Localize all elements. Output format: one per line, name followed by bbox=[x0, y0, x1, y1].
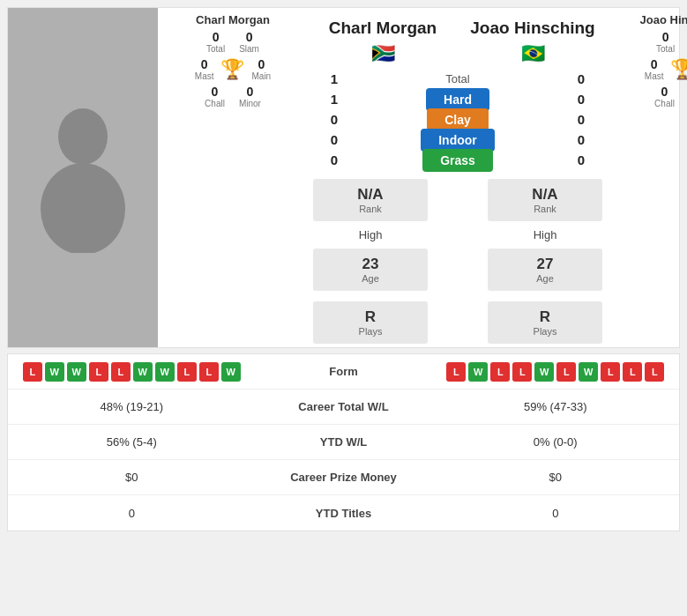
right-total-score: 0 bbox=[555, 71, 608, 86]
ytd-wl-row: 56% (5-4) YTD W/L 0% (0-0) bbox=[8, 425, 679, 460]
career-wl-label: Career Total W/L bbox=[256, 393, 432, 420]
form-row: LWWLLWWLLW Form LWLLWLWLLL bbox=[8, 354, 679, 390]
career-wl-row: 48% (19-21) Career Total W/L 59% (47-33) bbox=[8, 390, 679, 425]
right-total-value: 0 bbox=[656, 30, 675, 44]
left-mast-value: 0 bbox=[195, 57, 214, 71]
form-badge: W bbox=[67, 362, 86, 382]
right-info-column: Joao Hinsching 0 Total 0 Slam 0 Mast 🏆 bbox=[608, 8, 687, 347]
right-high-label: High bbox=[488, 228, 602, 241]
total-label: Total bbox=[361, 72, 555, 85]
right-rank-box: N/A Rank bbox=[488, 179, 602, 221]
form-right-badges: LWLLWLWLLL bbox=[432, 355, 680, 389]
left-total-score: 1 bbox=[308, 71, 361, 86]
left-minor-label: Minor bbox=[239, 99, 261, 108]
form-badge: L bbox=[111, 362, 131, 382]
form-badge: L bbox=[623, 362, 642, 382]
clay-surface-row: 0 Clay 0 bbox=[308, 109, 608, 130]
form-label: Form bbox=[256, 358, 432, 385]
right-plays-box: R Plays bbox=[488, 301, 602, 344]
grass-badge: Grass bbox=[361, 153, 555, 167]
ytd-titles-right: 0 bbox=[432, 500, 680, 527]
left-main-label: Main bbox=[251, 71, 271, 81]
right-plays-value: R bbox=[497, 308, 594, 326]
left-info-column: Charl Morgan 0 Total 0 Slam 0 Mast 🏆 bbox=[158, 8, 308, 347]
form-badge: L bbox=[89, 362, 108, 382]
form-badge: L bbox=[645, 362, 664, 382]
left-player-name-under: Charl Morgan bbox=[196, 13, 270, 26]
form-badge: L bbox=[601, 362, 620, 382]
left-plays-box: R Plays bbox=[313, 301, 428, 344]
form-badge: L bbox=[199, 362, 219, 382]
indoor-badge: Indoor bbox=[361, 133, 555, 147]
left-indoor-score: 0 bbox=[308, 132, 361, 147]
svg-point-0 bbox=[58, 108, 108, 165]
right-indoor-score: 0 bbox=[555, 132, 608, 147]
form-badge: L bbox=[490, 362, 510, 382]
left-total-value: 0 bbox=[206, 30, 225, 44]
form-badge: L bbox=[556, 362, 576, 382]
form-badge: W bbox=[155, 362, 175, 382]
right-trophy-icon: 🏆 bbox=[670, 58, 687, 81]
prize-money-row: $0 Career Prize Money $0 bbox=[8, 460, 679, 495]
hard-badge: Hard bbox=[361, 93, 555, 107]
left-age-box: 23 Age bbox=[313, 249, 428, 291]
svg-point-1 bbox=[41, 163, 125, 253]
left-silhouette-icon bbox=[30, 103, 136, 253]
right-mast-label: Mast bbox=[645, 71, 664, 81]
ytd-wl-left: 56% (5-4) bbox=[8, 428, 256, 456]
right-age-value: 27 bbox=[497, 256, 594, 273]
ytd-wl-right: 0% (0-0) bbox=[432, 428, 680, 456]
right-age-box: 27 Age bbox=[488, 249, 602, 291]
hard-surface-row: 1 Hard 0 bbox=[308, 89, 608, 109]
page-container: Charl Morgan 0 Total 0 Slam 0 Mast 🏆 bbox=[0, 0, 687, 538]
left-plays-value: R bbox=[322, 308, 419, 326]
right-clay-score: 0 bbox=[555, 112, 608, 127]
form-badge: W bbox=[133, 362, 153, 382]
right-grass-score: 0 bbox=[555, 152, 608, 167]
right-rank-value: N/A bbox=[497, 186, 594, 204]
form-badge: W bbox=[45, 362, 64, 382]
comparison-card: Charl Morgan 0 Total 0 Slam 0 Mast 🏆 bbox=[7, 7, 680, 348]
bottom-stats-table: LWWLLWWLLW Form LWLLWLWLLL 48% (19-21) C… bbox=[7, 353, 680, 531]
form-badge: L bbox=[23, 362, 42, 382]
right-rank-label: Rank bbox=[497, 204, 594, 214]
right-mast-value: 0 bbox=[645, 57, 664, 71]
indoor-surface-row: 0 Indoor 0 bbox=[308, 130, 608, 150]
form-left-badges: LWWLLWWLLW bbox=[8, 355, 256, 389]
left-chall-label: Chall bbox=[205, 99, 225, 108]
left-stat-boxes: N/A Rank High 23 Age R Plays bbox=[308, 175, 458, 347]
left-minor-value: 0 bbox=[239, 85, 261, 99]
left-plays-label: Plays bbox=[322, 326, 419, 337]
names-row: Charl Morgan 🇿🇦 Joao Hinsching 🇧🇷 bbox=[308, 8, 608, 69]
prize-money-left: $0 bbox=[8, 464, 256, 491]
ytd-titles-left: 0 bbox=[8, 500, 256, 527]
right-chall-value: 0 bbox=[654, 85, 675, 99]
right-flag: 🇧🇷 bbox=[462, 42, 603, 65]
left-player-name: Charl Morgan 🇿🇦 bbox=[308, 19, 458, 65]
left-grass-score: 0 bbox=[308, 152, 361, 167]
left-rank-value: N/A bbox=[322, 186, 419, 204]
ytd-wl-label: YTD W/L bbox=[256, 428, 432, 456]
form-badge: W bbox=[534, 362, 554, 382]
total-surface-row: 1 Total 0 bbox=[308, 69, 608, 89]
prize-money-right: $0 bbox=[432, 464, 680, 491]
right-total-label: Total bbox=[656, 44, 675, 54]
form-badge: L bbox=[446, 362, 466, 382]
grass-surface-row: 0 Grass 0 bbox=[308, 150, 608, 170]
stat-boxes-row: N/A Rank High 23 Age R Plays bbox=[308, 175, 608, 347]
left-age-value: 23 bbox=[322, 256, 419, 273]
career-wl-right: 59% (47-33) bbox=[432, 393, 680, 420]
right-player-name-under: Joao Hinsching bbox=[640, 13, 687, 26]
left-player-photo bbox=[8, 8, 158, 347]
left-rank-label: Rank bbox=[322, 204, 419, 214]
left-main-value: 0 bbox=[251, 57, 271, 71]
form-badge: L bbox=[512, 362, 532, 382]
left-clay-score: 0 bbox=[308, 112, 361, 127]
ytd-titles-row: 0 YTD Titles 0 bbox=[8, 495, 679, 531]
left-rank-box: N/A Rank bbox=[313, 179, 428, 221]
left-hard-score: 1 bbox=[308, 92, 361, 107]
form-badge: W bbox=[579, 362, 598, 382]
form-badge: L bbox=[177, 362, 197, 382]
right-hard-score: 0 bbox=[555, 92, 608, 107]
middle-column: Charl Morgan 🇿🇦 Joao Hinsching 🇧🇷 1 Tota… bbox=[308, 8, 608, 347]
